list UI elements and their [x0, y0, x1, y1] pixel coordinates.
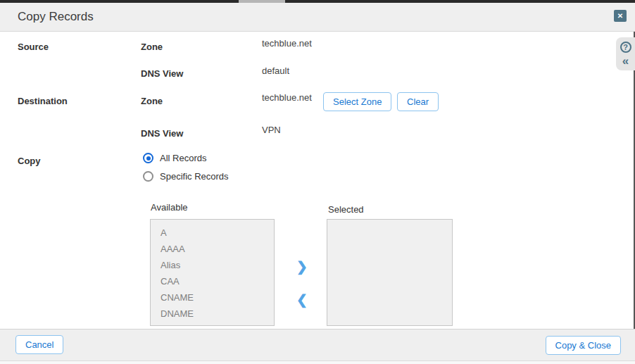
source-zone-value: techblue.net — [262, 38, 312, 49]
close-button[interactable]: ✕ — [614, 10, 627, 22]
radio-all-records-icon[interactable] — [143, 153, 153, 163]
copy-records-dialog: Copy Records ✕ ? « Source Zone techblue.… — [0, 0, 635, 364]
list-item[interactable]: AAAA — [151, 241, 274, 257]
destination-dns-view-label: DNS View — [141, 128, 183, 139]
source-dns-view-label: DNS View — [141, 68, 183, 79]
radio-option-specific-records[interactable]: Specific Records — [143, 171, 229, 182]
bottom-strip — [0, 360, 635, 364]
help-icon[interactable]: ? — [620, 42, 631, 53]
destination-dns-view-value: VPN — [262, 125, 281, 135]
available-list-label: Available — [151, 202, 188, 213]
source-dns-view-value: default — [262, 65, 289, 76]
move-right-button[interactable]: ❯ — [294, 258, 310, 275]
copy-and-close-button[interactable]: Copy & Close — [546, 336, 621, 355]
list-item[interactable]: DNAME — [151, 306, 274, 322]
collapse-icon[interactable]: « — [622, 56, 629, 66]
cancel-button[interactable]: Cancel — [15, 335, 63, 354]
radio-specific-records-icon[interactable] — [143, 171, 153, 182]
move-left-button[interactable]: ❮ — [294, 291, 310, 308]
list-item[interactable]: A — [151, 225, 274, 241]
radio-all-records-label: All Records — [160, 153, 206, 163]
source-zone-label: Zone — [141, 42, 163, 52]
selected-list-label: Selected — [328, 204, 364, 215]
dialog-titlebar: Copy Records ✕ — [0, 3, 635, 32]
list-item[interactable]: CAA — [151, 273, 274, 289]
destination-zone-value: techblue.net — [262, 92, 312, 103]
close-icon: ✕ — [617, 12, 623, 20]
clear-button[interactable]: Clear — [397, 92, 439, 111]
dialog-title: Copy Records — [18, 10, 94, 24]
dialog-footer: Cancel Copy & Close — [0, 329, 635, 360]
available-list[interactable]: AAAAAAliasCAACNAMEDNAMEHost — [150, 219, 275, 326]
radio-option-all-records[interactable]: All Records — [143, 153, 206, 163]
radio-specific-records-label: Specific Records — [160, 171, 229, 182]
destination-section-label: Destination — [18, 96, 68, 106]
list-item[interactable]: Alias — [151, 257, 274, 273]
chevron-right-icon: ❯ — [296, 259, 308, 274]
help-panel: ? « — [616, 37, 635, 70]
select-zone-button[interactable]: Select Zone — [323, 92, 391, 111]
list-item[interactable]: Host — [151, 322, 274, 326]
chevron-left-icon: ❮ — [296, 292, 308, 307]
destination-zone-label: Zone — [141, 96, 163, 106]
selected-list[interactable] — [327, 219, 453, 326]
source-section-label: Source — [18, 42, 49, 52]
list-item[interactable]: CNAME — [151, 289, 274, 306]
copy-section-label: Copy — [18, 156, 41, 166]
